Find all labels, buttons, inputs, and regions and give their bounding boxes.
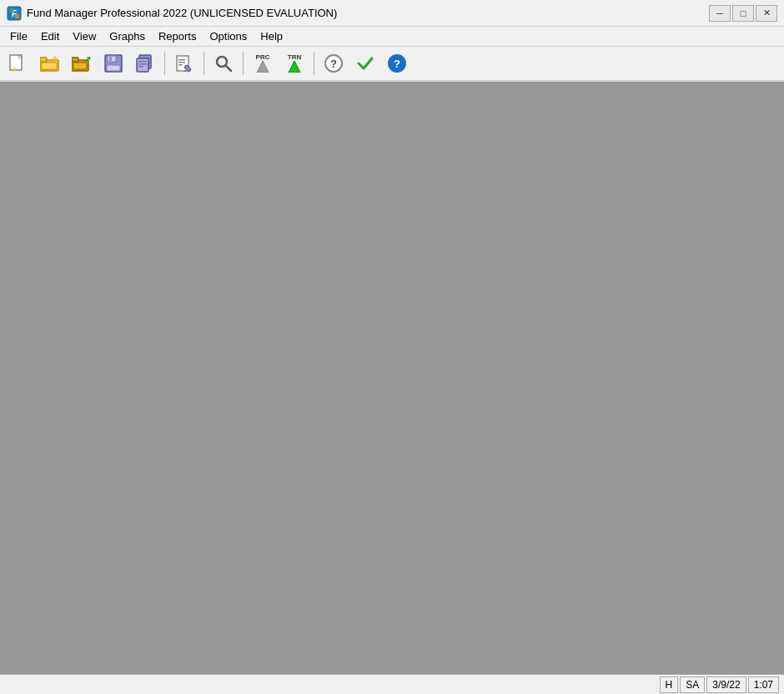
svg-rect-19 bbox=[109, 57, 112, 61]
open-button[interactable]: ★ bbox=[35, 49, 65, 78]
help-blue-icon: ? bbox=[387, 53, 407, 73]
svg-rect-18 bbox=[107, 65, 120, 71]
svg-rect-26 bbox=[178, 59, 185, 61]
toolbar-separator-4 bbox=[314, 52, 314, 75]
menu-edit[interactable]: Edit bbox=[34, 28, 66, 44]
copy-button[interactable] bbox=[130, 49, 160, 78]
status-time: 1:07 bbox=[748, 676, 779, 693]
main-content bbox=[0, 82, 784, 674]
prc-label: PRC bbox=[256, 54, 270, 61]
validate-button[interactable] bbox=[350, 49, 380, 78]
maximize-button[interactable]: □ bbox=[732, 5, 754, 22]
status-h: H bbox=[660, 676, 679, 693]
title-bar-left: F Fund Manager Professional 2022 (UNLICE… bbox=[7, 6, 337, 21]
status-bar: H SA 3/9/22 1:07 bbox=[0, 674, 784, 694]
toolbar: ★ ★ ↗ bbox=[0, 47, 784, 82]
edit-icon bbox=[174, 53, 194, 73]
trn-label: TRN bbox=[288, 54, 301, 61]
svg-rect-3 bbox=[15, 14, 19, 18]
trn-icon: TRN bbox=[284, 53, 304, 73]
window-controls: ─ □ ✕ bbox=[709, 5, 777, 22]
svg-rect-2 bbox=[9, 8, 13, 13]
new-button[interactable]: ★ bbox=[3, 49, 33, 78]
svg-line-32 bbox=[226, 66, 232, 72]
open-folder-icon: ★ bbox=[40, 53, 60, 73]
menu-bar: File Edit View Graphs Reports Options He… bbox=[0, 27, 784, 47]
svg-text:↗: ↗ bbox=[83, 54, 91, 64]
svg-rect-23 bbox=[138, 63, 147, 65]
svg-rect-13 bbox=[72, 58, 78, 62]
help-question-button[interactable]: ? bbox=[319, 49, 349, 78]
minimize-button[interactable]: ─ bbox=[709, 5, 731, 22]
portfolio-button[interactable]: ↗ bbox=[67, 49, 97, 78]
svg-marker-34 bbox=[289, 61, 300, 73]
edit-button[interactable] bbox=[169, 49, 199, 78]
svg-rect-28 bbox=[178, 64, 183, 66]
status-sa: SA bbox=[680, 676, 705, 693]
svg-rect-22 bbox=[138, 61, 147, 63]
menu-reports[interactable]: Reports bbox=[152, 28, 204, 44]
svg-marker-33 bbox=[257, 61, 269, 73]
close-button[interactable]: ✕ bbox=[756, 5, 777, 22]
search-icon bbox=[214, 53, 234, 73]
menu-help[interactable]: Help bbox=[254, 28, 289, 44]
prc-button[interactable]: PRC bbox=[248, 49, 278, 78]
menu-options[interactable]: Options bbox=[203, 28, 254, 44]
svg-rect-9 bbox=[40, 58, 47, 62]
toolbar-separator-3 bbox=[243, 52, 244, 75]
new-icon: ★ bbox=[8, 53, 28, 73]
status-date: 3/9/22 bbox=[706, 676, 746, 693]
svg-rect-10 bbox=[42, 63, 57, 69]
trn-button[interactable]: TRN bbox=[279, 49, 309, 78]
portfolio-icon: ↗ bbox=[72, 53, 92, 73]
svg-text:★: ★ bbox=[12, 66, 18, 73]
toolbar-separator-2 bbox=[204, 52, 204, 75]
menu-file[interactable]: File bbox=[3, 28, 34, 44]
app-icon: F bbox=[7, 6, 22, 21]
title-bar: F Fund Manager Professional 2022 (UNLICE… bbox=[0, 0, 784, 27]
menu-view[interactable]: View bbox=[66, 28, 103, 44]
window-title: Fund Manager Professional 2022 (UNLICENS… bbox=[27, 7, 337, 19]
svg-rect-24 bbox=[138, 66, 143, 68]
toolbar-separator-1 bbox=[164, 52, 165, 75]
help-blue-button[interactable]: ? bbox=[382, 49, 412, 78]
menu-graphs[interactable]: Graphs bbox=[103, 28, 152, 44]
svg-rect-21 bbox=[137, 58, 148, 72]
check-icon bbox=[355, 53, 375, 73]
save-icon bbox=[103, 53, 123, 73]
save-button[interactable] bbox=[98, 49, 128, 78]
prc-icon: PRC bbox=[253, 53, 273, 73]
copy-icon bbox=[135, 53, 155, 73]
svg-text:★: ★ bbox=[52, 54, 58, 63]
svg-rect-27 bbox=[178, 62, 185, 63]
help-question-icon: ? bbox=[324, 53, 344, 73]
search-button[interactable] bbox=[209, 49, 239, 78]
